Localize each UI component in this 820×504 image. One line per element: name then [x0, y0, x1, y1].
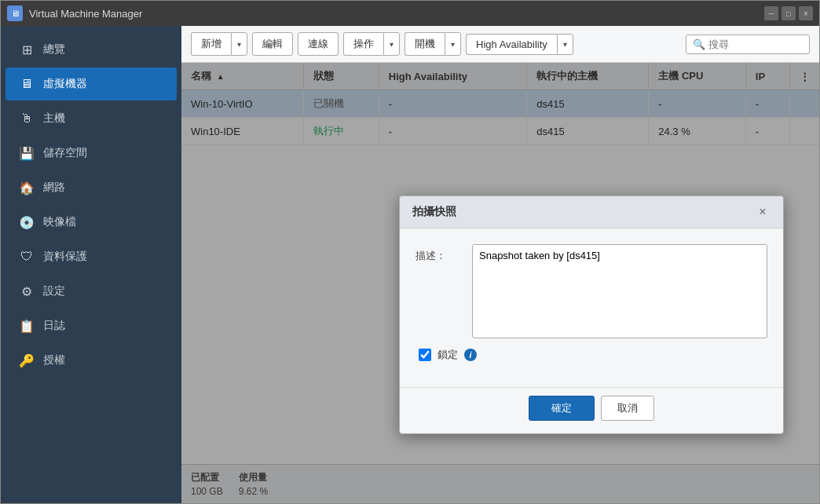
description-row: 描述： Snapshot taken by [ds415] [415, 244, 767, 338]
sidebar-label-storage: 儲存空間 [43, 146, 87, 160]
edit-button[interactable]: 編輯 [252, 32, 293, 56]
snapshot-modal: 拍攝快照 × 描述： Snapshot taken by [ds415] 鎖定 [399, 195, 784, 434]
vm-icon: 🖥 [18, 75, 35, 93]
sidebar-item-log[interactable]: 📋 日誌 [5, 309, 177, 342]
sidebar-label-image: 映像檔 [43, 215, 76, 229]
storage-icon: 💾 [18, 144, 35, 162]
network-icon: 🏠 [18, 179, 35, 196]
action-dropdown-arrow[interactable]: ▾ [383, 32, 400, 56]
sidebar-label-dataprotect: 資料保護 [43, 250, 87, 264]
app-title: Virtual Machine Manager [29, 8, 142, 20]
search-box: 🔍 [686, 35, 810, 54]
close-button[interactable]: × [799, 6, 813, 20]
sidebar-label-settings: 設定 [43, 284, 65, 298]
info-icon[interactable]: i [464, 349, 477, 361]
maximize-button[interactable]: □ [782, 6, 796, 20]
sidebar-item-storage[interactable]: 💾 儲存空間 [5, 137, 177, 170]
sidebar-item-host[interactable]: 🖱 主機 [5, 102, 177, 135]
sidebar-item-auth[interactable]: 🔑 授權 [5, 344, 177, 377]
modal-header: 拍攝快照 × [400, 196, 783, 228]
host-icon: 🖱 [18, 110, 35, 127]
new-button[interactable]: 新增 [191, 32, 231, 56]
toolbar: 新增 ▾ 編輯 連線 操作 ▾ 開機 ▾ High Availability ▾ [181, 26, 819, 63]
start-dropdown-arrow[interactable]: ▾ [445, 32, 461, 56]
modal-footer: 確定 取消 [400, 387, 783, 433]
settings-icon: ⚙ [18, 283, 35, 300]
sidebar-label-overview: 總覽 [43, 42, 65, 57]
modal-close-button[interactable]: × [755, 204, 771, 220]
ha-dropdown-arrow[interactable]: ▾ [557, 34, 573, 55]
modal-body: 描述： Snapshot taken by [ds415] 鎖定 i [400, 228, 783, 387]
connect-button[interactable]: 連線 [298, 32, 339, 56]
sidebar-label-vm: 虛擬機器 [43, 77, 87, 91]
new-dropdown-arrow[interactable]: ▾ [231, 32, 247, 56]
new-button-group: 新增 ▾ [191, 32, 247, 56]
search-input[interactable] [708, 38, 803, 50]
image-icon: 💿 [18, 214, 35, 231]
lock-label: 鎖定 [437, 348, 458, 362]
ha-button[interactable]: High Availability [466, 34, 557, 55]
modal-title: 拍攝快照 [412, 205, 456, 219]
sidebar-item-overview[interactable]: ⊞ 總覽 [5, 33, 177, 66]
action-button-group: 操作 ▾ [343, 32, 400, 56]
sidebar: ⊞ 總覽 🖥 虛擬機器 🖱 主機 💾 儲存空間 🏠 網路 💿 映像檔 [1, 26, 181, 503]
lock-checkbox[interactable] [419, 349, 431, 361]
action-button[interactable]: 操作 [343, 32, 383, 56]
sidebar-item-network[interactable]: 🏠 網路 [5, 171, 177, 204]
title-bar: 🖥 Virtual Machine Manager ─ □ × [1, 1, 819, 26]
sidebar-item-settings[interactable]: ⚙ 設定 [5, 275, 177, 308]
dataprotect-icon: 🛡 [18, 248, 35, 265]
cancel-button[interactable]: 取消 [601, 396, 654, 421]
start-button-group: 開機 ▾ [405, 32, 461, 56]
lock-row: 鎖定 i [415, 348, 767, 362]
log-icon: 📋 [18, 317, 35, 334]
sidebar-label-network: 網路 [43, 181, 65, 195]
sidebar-item-image[interactable]: 💿 映像檔 [5, 206, 177, 239]
confirm-button[interactable]: 確定 [529, 396, 595, 421]
description-label: 描述： [415, 244, 463, 263]
search-icon: 🔍 [693, 38, 705, 50]
description-textarea[interactable]: Snapshot taken by [ds415] [472, 244, 767, 338]
sidebar-label-log: 日誌 [43, 319, 65, 333]
start-button[interactable]: 開機 [405, 32, 445, 56]
modal-overlay: 拍攝快照 × 描述： Snapshot taken by [ds415] 鎖定 [181, 63, 819, 503]
app-icon: 🖥 [7, 5, 23, 21]
auth-icon: 🔑 [18, 352, 35, 369]
sidebar-label-host: 主機 [43, 111, 65, 126]
sidebar-item-vm[interactable]: 🖥 虛擬機器 [5, 68, 177, 100]
minimize-button[interactable]: ─ [764, 6, 778, 20]
sidebar-item-dataprotect[interactable]: 🛡 資料保護 [5, 240, 177, 273]
ha-button-group: High Availability ▾ [466, 34, 573, 55]
sidebar-label-auth: 授權 [43, 353, 65, 367]
main-content: 新增 ▾ 編輯 連線 操作 ▾ 開機 ▾ High Availability ▾ [181, 26, 819, 503]
overview-icon: ⊞ [18, 41, 35, 58]
